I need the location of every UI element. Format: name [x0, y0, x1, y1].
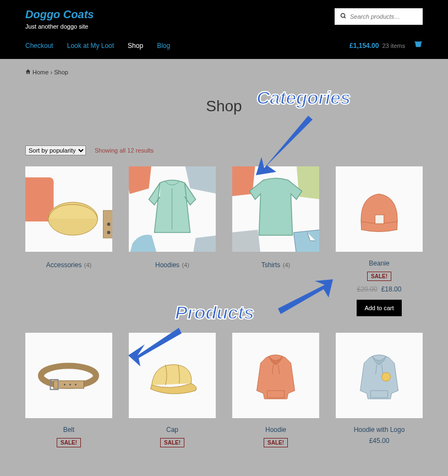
search-box[interactable] — [335, 8, 423, 25]
page-title: Shop — [25, 98, 423, 115]
product-thumb — [336, 333, 423, 418]
product-thumb — [336, 166, 423, 252]
svg-point-5 — [107, 231, 111, 234]
product-tile-hoodie-logo[interactable]: Hoodie with Logo £45.00 — [336, 333, 423, 452]
sale-badge: SALE! — [367, 272, 391, 281]
site-tagline: Just another doggo site — [25, 23, 94, 30]
nav-loot[interactable]: Look at My Loot — [67, 42, 114, 50]
product-thumb — [25, 333, 112, 418]
product-tile-beanie[interactable]: Beanie SALE! £20.00 £18.00 Add to cart — [336, 166, 423, 316]
product-tile-belt[interactable]: Belt SALE! — [25, 333, 112, 452]
svg-rect-8 — [375, 215, 384, 224]
old-price: £20.00 — [357, 285, 378, 293]
product-tile-hoodie[interactable]: Hoodie SALE! — [232, 333, 319, 452]
cart-link[interactable]: £1,154.00 23 items — [349, 41, 423, 50]
sale-badge: SALE! — [160, 438, 184, 447]
category-tile-hoodies[interactable]: Hoodies (4) — [129, 166, 216, 316]
site-title[interactable]: Doggo Coats — [25, 8, 94, 21]
breadcrumb-current: Shop — [54, 69, 68, 75]
sale-badge: SALE! — [57, 438, 81, 447]
cart-icon — [414, 41, 423, 50]
category-thumb — [25, 166, 112, 252]
svg-point-14 — [75, 384, 77, 386]
svg-line-1 — [345, 17, 346, 19]
price: £45.00 — [369, 437, 390, 445]
svg-point-12 — [64, 384, 65, 386]
svg-point-13 — [69, 384, 71, 386]
nav-shop[interactable]: Shop — [128, 42, 143, 50]
search-icon — [340, 12, 347, 21]
arrow-icon — [127, 325, 187, 366]
home-icon[interactable] — [25, 69, 32, 75]
svg-point-19 — [382, 372, 391, 381]
sort-select[interactable]: Sort by popularity — [25, 145, 86, 155]
cart-total: £1,154.00 — [349, 42, 379, 50]
svg-point-0 — [341, 14, 345, 18]
arrow-icon — [275, 278, 336, 317]
cart-count: 23 items — [382, 42, 405, 49]
breadcrumb: Home › Shop — [25, 69, 423, 75]
price: £18.00 — [381, 285, 402, 293]
breadcrumb-home[interactable]: Home — [32, 69, 48, 75]
annotation-products: Products — [175, 302, 254, 323]
main-nav: Checkout Look at My Loot Shop Blog — [25, 42, 170, 50]
search-input[interactable] — [350, 13, 416, 20]
arrow-icon — [253, 110, 325, 182]
category-tile-accessories[interactable]: Accessories (4) — [25, 166, 112, 316]
sale-badge: SALE! — [264, 438, 288, 447]
result-count: Showing all 12 results — [95, 147, 154, 154]
category-name: Accessories — [46, 261, 82, 269]
svg-point-6 — [107, 223, 111, 226]
annotation-categories: Categories — [256, 87, 351, 109]
nav-checkout[interactable]: Checkout — [25, 42, 53, 50]
add-to-cart-button[interactable]: Add to cart — [357, 300, 401, 316]
nav-blog[interactable]: Blog — [157, 42, 170, 50]
product-thumb — [232, 333, 319, 418]
category-thumb — [129, 166, 216, 252]
